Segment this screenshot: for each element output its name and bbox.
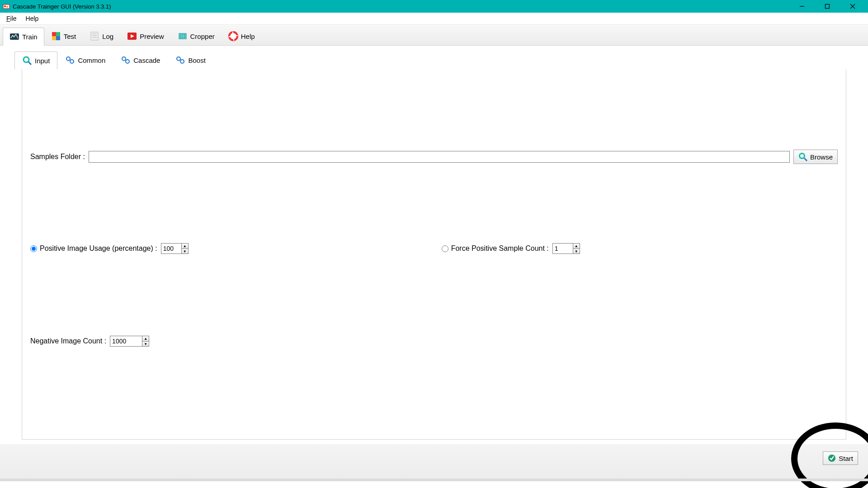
positive-usage-spinner[interactable]: ▲▼ — [161, 243, 189, 254]
close-button[interactable] — [840, 0, 865, 13]
tab-preview-label: Preview — [140, 33, 164, 40]
spinner-down-icon[interactable]: ▼ — [573, 249, 580, 253]
spinner-up-icon[interactable]: ▲ — [573, 244, 580, 249]
subtab-cascade[interactable]: Cascade — [113, 51, 168, 69]
tab-test[interactable]: Test — [44, 27, 83, 45]
test-icon — [51, 31, 61, 41]
svg-rect-10 — [52, 36, 56, 40]
maximize-button[interactable] — [815, 0, 840, 13]
window-titlebar: Cascade Trainger GUI (Version 3.3.1) — [0, 0, 868, 13]
positive-usage-label: Positive Image Usage (percentage) : — [40, 244, 161, 253]
svg-line-25 — [28, 62, 31, 65]
negative-count-input[interactable] — [110, 336, 142, 346]
tab-preview[interactable]: Preview — [120, 27, 170, 45]
tab-help-label: Help — [241, 33, 255, 40]
svg-point-2 — [6, 6, 8, 8]
svg-rect-9 — [56, 32, 60, 36]
svg-point-27 — [70, 60, 74, 63]
spinner-up-icon[interactable]: ▲ — [142, 336, 149, 341]
subtab-common[interactable]: Common — [57, 51, 113, 69]
tab-test-label: Test — [64, 33, 76, 40]
subtab-common-label: Common — [78, 56, 105, 64]
subtab-cascade-label: Cascade — [133, 56, 160, 64]
spinner-down-icon[interactable]: ▼ — [182, 249, 188, 253]
tab-cropper-label: Cropper — [190, 33, 215, 40]
positive-usage-radio-row[interactable]: Positive Image Usage (percentage) : — [30, 244, 161, 253]
preview-icon — [127, 31, 137, 41]
help-icon — [228, 31, 238, 41]
log-icon — [90, 31, 99, 41]
svg-point-28 — [122, 57, 126, 61]
menu-file[interactable]: File — [2, 13, 21, 24]
main-tabbar: Train Test Log Preview Cropper Help — [0, 25, 868, 46]
force-positive-label: Force Positive Sample Count : — [451, 244, 552, 253]
train-icon — [9, 32, 19, 42]
tab-log[interactable]: Log — [83, 27, 120, 45]
svg-point-24 — [24, 57, 29, 62]
samples-folder-label: Samples Folder : — [30, 153, 89, 161]
svg-point-29 — [126, 60, 129, 63]
browse-button[interactable]: Browse — [793, 150, 838, 164]
svg-line-33 — [804, 158, 807, 161]
spinner-down-icon[interactable]: ▼ — [142, 341, 149, 346]
force-positive-input[interactable] — [553, 244, 573, 253]
spinner-up-icon[interactable]: ▲ — [182, 244, 188, 249]
input-panel: Samples Folder : Browse Positive Image U… — [22, 69, 846, 440]
svg-point-1 — [4, 5, 6, 7]
positive-usage-input[interactable] — [161, 244, 181, 253]
search-icon — [798, 152, 807, 161]
negative-count-spinner[interactable]: ▲▼ — [110, 336, 149, 347]
gears-icon — [175, 55, 185, 65]
svg-rect-11 — [56, 36, 60, 40]
svg-point-26 — [66, 57, 70, 61]
app-icon — [3, 3, 10, 10]
svg-point-32 — [799, 154, 804, 159]
menu-help[interactable]: Help — [21, 13, 43, 24]
tab-help[interactable]: Help — [222, 27, 262, 45]
menubar: File Help — [0, 13, 868, 25]
gears-icon — [121, 55, 131, 65]
status-bar — [0, 479, 868, 481]
subtab-boost[interactable]: Boost — [168, 51, 213, 69]
minimize-button[interactable] — [789, 0, 815, 13]
search-icon — [22, 56, 32, 66]
svg-rect-8 — [52, 32, 56, 36]
cropper-icon — [178, 31, 188, 41]
check-circle-icon — [828, 454, 836, 462]
svg-point-30 — [177, 57, 180, 61]
force-positive-radio-row[interactable]: Force Positive Sample Count : — [442, 244, 552, 253]
gears-icon — [65, 55, 75, 65]
svg-rect-4 — [826, 5, 830, 9]
force-positive-spinner[interactable]: ▲▼ — [552, 243, 580, 254]
sub-tabbar: Input Common Cascade Boost — [11, 49, 857, 69]
samples-folder-input[interactable] — [89, 151, 790, 163]
svg-point-31 — [180, 60, 184, 63]
start-button[interactable]: Start — [823, 451, 858, 465]
tab-cropper[interactable]: Cropper — [171, 27, 222, 45]
subtab-boost-label: Boost — [188, 56, 205, 64]
window-title: Cascade Trainger GUI (Version 3.3.1) — [13, 3, 789, 10]
svg-rect-12 — [91, 32, 98, 40]
start-label: Start — [839, 455, 853, 462]
browse-label: Browse — [810, 153, 833, 161]
subtab-input-label: Input — [35, 57, 50, 65]
force-positive-radio[interactable] — [442, 245, 448, 252]
negative-count-label: Negative Image Count : — [30, 337, 110, 345]
footer-area: Start — [0, 444, 868, 481]
subtab-input[interactable]: Input — [14, 52, 57, 70]
positive-usage-radio[interactable] — [30, 245, 37, 252]
tab-train-label: Train — [22, 33, 38, 41]
tab-train[interactable]: Train — [3, 28, 44, 46]
tab-log-label: Log — [102, 33, 113, 40]
svg-rect-18 — [179, 33, 186, 39]
